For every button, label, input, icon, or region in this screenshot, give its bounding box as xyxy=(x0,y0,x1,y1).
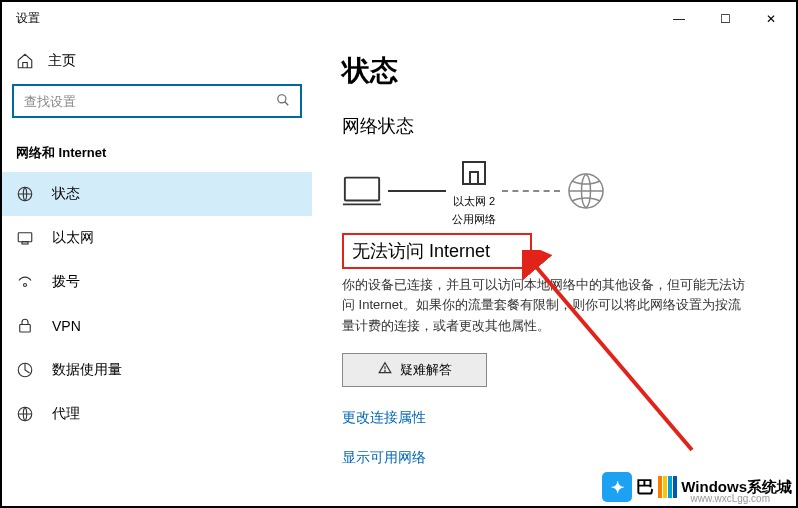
close-button[interactable]: ✕ xyxy=(748,4,794,34)
dashed-line-icon xyxy=(502,190,560,192)
sidebar: 主页 网络和 Internet 状态 以太网 拨号 VPN xyxy=(2,34,312,506)
search-input[interactable] xyxy=(24,94,276,109)
status-highlight: 无法访问 Internet xyxy=(342,233,532,269)
datausage-icon xyxy=(16,361,34,379)
svg-point-0 xyxy=(278,94,286,102)
nav-item-dialup[interactable]: 拨号 xyxy=(2,260,312,304)
svg-rect-4 xyxy=(22,242,28,244)
link-change-properties[interactable]: 更改连接属性 xyxy=(342,409,776,427)
svg-point-5 xyxy=(24,284,27,287)
eth-name: 以太网 2 xyxy=(453,194,495,208)
eth-type: 公用网络 xyxy=(452,212,496,226)
troubleshoot-button[interactable]: 疑难解答 xyxy=(342,353,487,387)
svg-rect-12 xyxy=(470,172,478,184)
app-title: 设置 xyxy=(16,10,40,27)
window-controls: — ☐ ✕ xyxy=(656,4,794,34)
dialup-icon xyxy=(16,273,34,291)
maximize-button[interactable]: ☐ xyxy=(702,4,748,34)
status-text: 无法访问 Internet xyxy=(352,239,522,263)
nav-label: 以太网 xyxy=(52,229,94,247)
page-title: 状态 xyxy=(342,52,776,90)
nav-label: VPN xyxy=(52,318,81,334)
proxy-icon xyxy=(16,405,34,423)
search-box[interactable] xyxy=(12,84,302,118)
pc-icon xyxy=(342,174,382,208)
logo-bars-icon xyxy=(658,476,677,498)
nav-item-proxy[interactable]: 代理 xyxy=(2,392,312,436)
home-button[interactable]: 主页 xyxy=(2,44,312,84)
warning-icon xyxy=(378,361,392,378)
nav-item-vpn[interactable]: VPN xyxy=(2,304,312,348)
nav-label: 数据使用量 xyxy=(52,361,122,379)
vpn-icon xyxy=(16,317,34,335)
description-text: 你的设备已连接，并且可以访问本地网络中的其他设备，但可能无法访问 Interne… xyxy=(342,275,752,337)
globe-icon xyxy=(566,174,606,208)
link-show-networks[interactable]: 显示可用网络 xyxy=(342,449,776,467)
search-icon xyxy=(276,93,290,110)
solid-line-icon xyxy=(388,190,446,192)
home-label: 主页 xyxy=(48,52,76,70)
svg-line-1 xyxy=(285,101,289,105)
nav-label: 状态 xyxy=(52,185,80,203)
nav-item-status[interactable]: 状态 xyxy=(2,172,312,216)
network-diagram: 以太网 2 公用网络 xyxy=(342,156,776,227)
nav-item-ethernet[interactable]: 以太网 xyxy=(2,216,312,260)
nav-label: 代理 xyxy=(52,405,80,423)
sub-title: 网络状态 xyxy=(342,114,776,138)
svg-point-15 xyxy=(384,371,385,372)
nav-label: 拨号 xyxy=(52,273,80,291)
content-area: 状态 网络状态 以太网 2 公用网络 xyxy=(312,34,796,506)
home-icon xyxy=(16,52,34,70)
router-icon xyxy=(454,156,494,190)
ethernet-icon xyxy=(16,229,34,247)
section-title: 网络和 Internet xyxy=(2,118,312,172)
watermark-url: www.wxcLgg.com xyxy=(691,493,770,504)
status-icon xyxy=(16,185,34,203)
nav-item-datausage[interactable]: 数据使用量 xyxy=(2,348,312,392)
minimize-button[interactable]: — xyxy=(656,4,702,34)
svg-rect-9 xyxy=(345,178,379,201)
troubleshoot-label: 疑难解答 xyxy=(400,361,452,379)
twitter-icon: ✦ xyxy=(602,472,632,502)
svg-rect-6 xyxy=(20,325,31,333)
svg-rect-3 xyxy=(18,233,32,242)
